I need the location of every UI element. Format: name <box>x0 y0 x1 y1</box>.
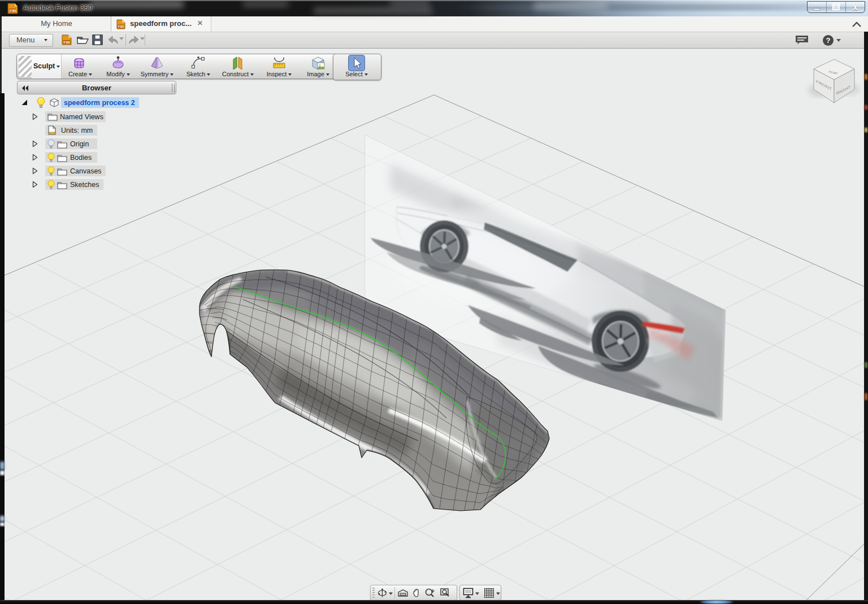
svg-text:?: ? <box>826 36 831 45</box>
